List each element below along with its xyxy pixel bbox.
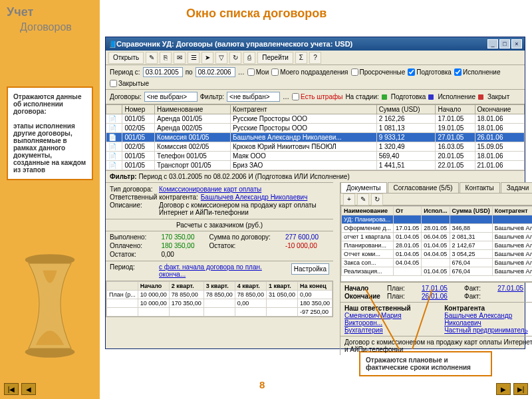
end-plan-link[interactable]: 26.01.06 — [422, 293, 462, 300]
table-row[interactable]: 📄002/05Аренда 002/05Русские Просторы ООО… — [106, 124, 525, 133]
filter-bar-2: Договоры: Фильтр: … Есть штрафы На стади… — [106, 90, 525, 104]
start-plan-link[interactable]: 17.01.05 — [422, 285, 462, 292]
ctr-resp-link[interactable]: Башлычев Александр Николаевич — [444, 312, 512, 327]
list-item[interactable]: Планировани...28.01.0501.04.052 142,67Ба… — [341, 241, 532, 250]
detail-tabs: Документы Согласование (5/5) Контакты За… — [340, 182, 532, 194]
table-row[interactable]: 📄001/05Транспорт 001/05Бриз ЗАО1 441,512… — [106, 161, 525, 170]
tab-tasks[interactable]: Задачи — [501, 182, 532, 193]
maximize-button[interactable]: □ — [499, 39, 510, 49]
chk-fines[interactable]: Есть штрафы — [292, 93, 342, 100]
window-title: Справочник УД: Договоры (валюта управлен… — [116, 40, 486, 48]
tool-cursor-icon[interactable]: ➤ — [201, 52, 213, 64]
nav-prev-button[interactable]: ◀ — [21, 383, 36, 395]
tool-tree-icon[interactable]: ☰ — [188, 52, 200, 64]
nav-first-button[interactable]: |◀ — [4, 383, 19, 395]
list-item[interactable]: Реализация...01.04.05676,04Башлычев Ал..… — [341, 267, 532, 276]
list-item[interactable]: Отчет коми...01.04.0504.04.053 054,25Баш… — [341, 250, 532, 259]
app-icon: 📘 — [108, 41, 116, 48]
type-link[interactable]: Комиссионирование карт оплаты — [159, 186, 261, 193]
contracts-grid[interactable]: НомерНаименованиеКонтрагентСумма (USD)На… — [106, 104, 525, 170]
period-from-input[interactable] — [143, 67, 183, 77]
page-heading: Окно списка договоров — [186, 7, 327, 21]
close-button[interactable]: × — [511, 39, 522, 49]
documents-grid[interactable]: НаименованиеОтИспол...Сумма (USD)Контраг… — [340, 205, 532, 282]
contracts-select[interactable] — [144, 92, 198, 102]
doc-tool-2[interactable]: ✎ — [357, 194, 369, 205]
table-row[interactable]: 📄002/05Комиссия 002/05Крюков Юрий Никито… — [106, 142, 525, 152]
resp-link[interactable]: Башлычев Александр Николаевич — [201, 194, 308, 201]
tool-mail-icon[interactable]: ✉ — [174, 52, 186, 64]
plan-grid: Начало2 кварт.3 кварт.4 кварт.1 кварт.На… — [106, 281, 333, 317]
table-row[interactable]: 📄001/05Комиссия 001/05Башлычев Александр… — [106, 133, 525, 142]
minimize-button[interactable]: _ — [487, 39, 498, 49]
slide-subtitle: Договоров — [20, 21, 72, 33]
period-link[interactable]: с факт. начала договора по план. оконча.… — [159, 263, 289, 278]
tool-copy-icon[interactable]: ⎘ — [160, 52, 172, 64]
sigma-button[interactable]: Σ — [295, 52, 307, 64]
app-window: 📘 Справочник УД: Договоры (валюта управл… — [105, 37, 525, 349]
doc-tool-3[interactable]: ↻ — [371, 194, 383, 205]
table-row[interactable]: 📄001/05Аренда 001/05Русские Просторы ООО… — [106, 114, 525, 124]
chk-overdue[interactable]: Просроченные — [351, 68, 406, 76]
doc-tool-1[interactable]: + — [343, 194, 355, 205]
toolbar: Открыть ✎ ⎘ ✉ ☰ ➤ ▽ ↻ ⎙ Перейти Σ ? — [106, 51, 525, 65]
nav-next-button[interactable]: ▶ — [496, 383, 511, 395]
hourglass-image — [13, 253, 86, 359]
tab-documents[interactable]: Документы — [340, 182, 387, 193]
table-row[interactable]: 📄001/05Телефон 001/05Маяк ООО569,4020.01… — [106, 152, 525, 161]
chk-closed[interactable]: Закрытые — [110, 80, 149, 87]
start-fact-link[interactable]: 27.01.05 — [497, 285, 532, 292]
tool-print-icon[interactable]: ⎙ — [243, 52, 255, 64]
chk-myunit[interactable]: Моего подразделения — [271, 68, 348, 76]
titlebar: 📘 Справочник УД: Договоры (валюта управл… — [106, 37, 525, 51]
tab-approval[interactable]: Согласование (5/5) — [388, 182, 459, 193]
nav-last-button[interactable]: ▶| — [513, 383, 528, 395]
filter-summary: Фильтр: Период с 03.01.2005 по 08.02.200… — [106, 170, 525, 182]
tool-new-icon[interactable]: ✎ — [146, 52, 158, 64]
tool-filter-icon[interactable]: ▽ — [215, 52, 227, 64]
list-item[interactable]: Оформление д...17.01.0528.01.05346,88Баш… — [341, 224, 532, 233]
chk-exec[interactable]: Исполнение — [454, 68, 501, 76]
goto-button[interactable]: Перейти — [257, 52, 293, 64]
setup-button[interactable]: Настройка — [291, 263, 329, 275]
callout-left: Отражаются данные об исполнении договора… — [7, 86, 93, 180]
chk-mine[interactable]: Мои — [247, 68, 269, 76]
page-number: 8 — [259, 379, 265, 390]
period-bar: Период с: по … Мои Моего подразделения П… — [106, 65, 525, 90]
chk-prep[interactable]: Подготовка — [408, 68, 452, 76]
our-resp-link[interactable]: Смеянович Мария Викторовн... — [344, 312, 402, 327]
period-to-input[interactable] — [196, 67, 235, 77]
period-label: Период с: — [110, 68, 140, 76]
list-item[interactable]: УД: Планирова... — [341, 215, 532, 224]
tool-help-icon[interactable]: ? — [309, 52, 321, 64]
tab-contacts[interactable]: Контакты — [460, 182, 500, 193]
open-button[interactable]: Открыть — [108, 52, 144, 64]
filter-select[interactable] — [227, 92, 280, 102]
list-item[interactable]: отчет 1 квартала01.04.0506.04.052 081,31… — [341, 233, 532, 241]
list-item[interactable]: Закса соп...04.04.05676,04Башлычев Ал... — [341, 259, 532, 267]
tool-refresh-icon[interactable]: ↻ — [229, 52, 241, 64]
slide-title: Учет — [7, 5, 33, 19]
